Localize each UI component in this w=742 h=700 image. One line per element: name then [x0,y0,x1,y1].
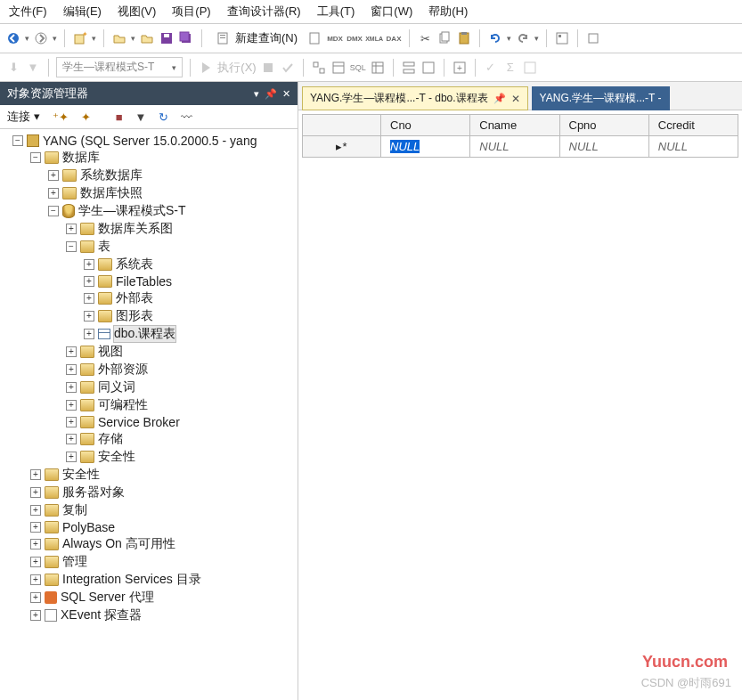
show-diagram-icon[interactable] [311,60,327,76]
tree-server-root[interactable]: −YANG (SQL Server 15.0.2000.5 - yang [0,133,298,149]
tree-storage[interactable]: +存储 [0,430,298,448]
back-dropdown[interactable]: ▾ [25,34,29,43]
expander-icon[interactable]: + [30,487,41,498]
new-project-icon[interactable]: ✦ [72,30,88,46]
tree-security[interactable]: +安全性 [0,466,298,484]
col-cno[interactable]: Cno [381,115,470,136]
tree-graph-tables[interactable]: +图形表 [0,307,298,325]
new-query-button[interactable]: 新建查询(N) [209,28,304,49]
menu-view[interactable]: 视图(V) [118,4,156,20]
expander-icon[interactable]: + [84,259,94,270]
connect-label[interactable]: 连接 ▾ [7,109,40,125]
copy-icon[interactable] [436,30,453,46]
cell-cname[interactable]: NULL [470,136,559,158]
tree-always-on[interactable]: +Always On 高可用性 [0,535,298,553]
expander-icon[interactable]: + [84,311,94,322]
tree-external-tables[interactable]: +外部表 [0,289,298,307]
execute-icon[interactable] [198,60,214,76]
new-project-dropdown[interactable]: ▾ [92,34,96,43]
expander-icon[interactable]: + [84,329,94,339]
connect-plus-icon[interactable]: ⁺✦ [53,110,69,124]
col-cpno[interactable]: Cpno [559,115,648,136]
show-results-icon[interactable] [370,60,386,76]
col-cname[interactable]: Cname [470,115,559,136]
expander-icon[interactable]: + [66,452,77,462]
expander-icon[interactable]: − [30,152,41,163]
object-tree[interactable]: −YANG (SQL Server 15.0.2000.5 - yang −数据… [0,129,298,700]
expander-icon[interactable]: + [30,522,41,533]
close-icon[interactable]: ✕ [511,93,520,105]
table-row[interactable]: ▸* NULL NULL NULL NULL [303,136,738,158]
back-icon[interactable] [5,30,21,46]
data-grid[interactable]: Cno Cname Cpno Ccredit ▸* NULL NULL NULL… [302,114,738,158]
tree-security-inner[interactable]: +安全性 [0,448,298,466]
tree-management[interactable]: +管理 [0,553,298,571]
col-ccredit[interactable]: Ccredit [648,115,738,136]
panel-pin-icon[interactable]: 📌 [265,88,277,100]
show-sql-icon[interactable]: SQL [350,60,366,76]
dmx-icon[interactable]: DMX [347,30,363,46]
redo-icon[interactable] [515,30,531,46]
tree-db-diagrams[interactable]: +数据库关系图 [0,220,298,238]
expander-icon[interactable]: + [30,505,41,516]
menu-query-designer[interactable]: 查询设计器(R) [227,4,301,20]
expander-icon[interactable]: + [30,574,41,585]
expander-icon[interactable]: − [66,241,77,252]
tree-student-database[interactable]: −学生—课程模式S-T [0,202,298,220]
filter-tree-icon[interactable]: ▼ [135,110,146,124]
forward-icon[interactable] [33,30,49,46]
menu-edit[interactable]: 编辑(E) [63,4,102,20]
expander-icon[interactable]: + [30,539,41,549]
tree-integration-services[interactable]: +Integration Services 目录 [0,571,298,589]
disconnect-icon[interactable]: ✦ [81,110,91,124]
group-by-icon[interactable]: Σ [502,60,518,76]
extension-icon[interactable] [585,30,601,46]
undo-icon[interactable] [487,30,503,46]
menu-project[interactable]: 项目(P) [172,4,210,20]
tree-replication[interactable]: +复制 [0,501,298,519]
tree-xevent[interactable]: +XEvent 探查器 [0,606,298,624]
expander-icon[interactable]: + [30,469,41,480]
tree-service-broker[interactable]: +Service Broker [0,414,298,430]
expander-icon[interactable]: + [84,276,94,287]
tab-active[interactable]: YANG.学生—课程模...-T - dbo.课程表 📌 ✕ [302,86,528,110]
mdx-icon[interactable]: MDX [327,30,343,46]
expander-icon[interactable]: + [66,346,77,357]
derived-icon[interactable] [522,60,538,76]
expander-icon[interactable]: + [48,188,59,199]
add-group-icon[interactable] [420,60,436,76]
panel-dropdown-icon[interactable]: ▾ [254,88,259,100]
open-dropdown[interactable]: ▾ [131,34,135,43]
expander-icon[interactable]: + [30,557,41,567]
add-table-icon[interactable]: + [452,60,468,76]
dax-icon[interactable]: DAX [386,30,402,46]
tree-sql-agent[interactable]: +SQL Server 代理 [0,589,298,606]
cell-cpno[interactable]: NULL [559,136,648,158]
activity-icon[interactable]: 〰 [181,110,192,124]
expander-icon[interactable]: + [66,224,77,234]
forward-dropdown[interactable]: ▾ [53,34,57,43]
menu-file[interactable]: 文件(F) [9,4,47,20]
tab-inactive[interactable]: YANG.学生—课程模...-T - [532,86,670,110]
tree-system-databases[interactable]: +系统数据库 [0,167,298,184]
show-criteria-icon[interactable] [330,60,347,76]
paste-icon[interactable] [456,30,472,46]
folder-icon[interactable] [139,30,155,46]
expander-icon[interactable]: + [66,364,77,375]
script-icon[interactable] [307,30,323,46]
filter-icon[interactable]: ▼ [25,60,41,76]
tree-databases[interactable]: −数据库 [0,149,298,167]
save-all-icon[interactable] [178,30,194,46]
properties-icon[interactable] [554,30,570,46]
refresh-icon[interactable]: ↻ [159,110,168,124]
save-icon[interactable] [159,30,175,46]
pin-icon[interactable]: 📌 [493,93,506,104]
tree-synonyms[interactable]: +同义词 [0,378,298,396]
cell-ccredit[interactable]: NULL [648,136,738,158]
pointer-icon[interactable]: ⬇ [5,60,21,76]
execute-label[interactable]: 执行(X) [217,60,256,76]
expander-icon[interactable]: + [66,400,77,411]
parse-icon[interactable] [280,60,296,76]
menu-help[interactable]: 帮助(H) [428,4,468,20]
expander-icon[interactable]: + [66,417,77,427]
